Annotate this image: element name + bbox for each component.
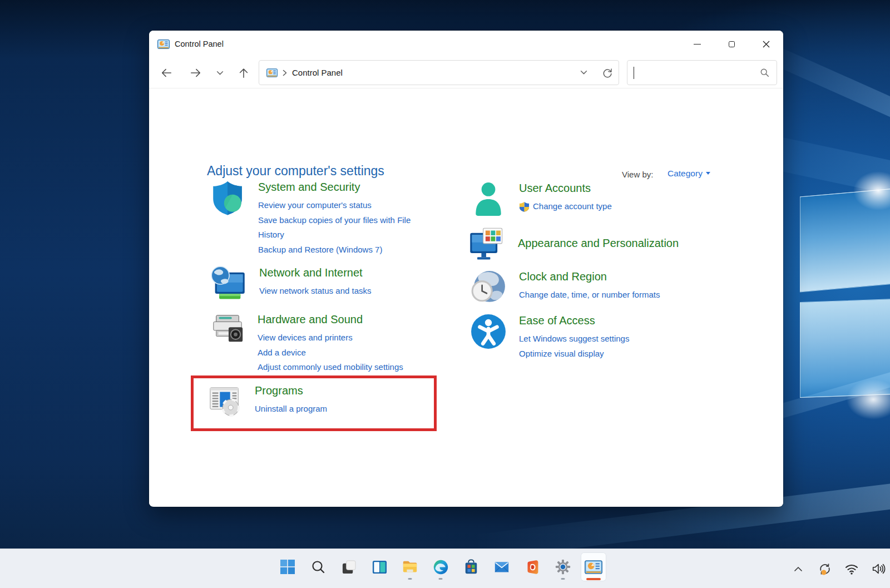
control-panel-taskbar-button[interactable] <box>581 552 606 581</box>
control-panel-icon <box>585 560 602 574</box>
volume-icon <box>871 561 886 576</box>
address-bar[interactable]: Control Panel <box>259 60 619 85</box>
category-system-and-security: System and Security Review your computer… <box>209 180 437 257</box>
task-view-icon <box>342 560 357 575</box>
category-link[interactable]: Adjust commonly used mobility settings <box>258 360 437 375</box>
printer-icon[interactable] <box>211 312 245 347</box>
personalization-monitor-icon[interactable] <box>468 226 506 264</box>
category-link[interactable]: Let Windows suggest settings <box>519 332 710 347</box>
search-input[interactable] <box>627 60 777 85</box>
back-arrow-icon <box>160 67 172 79</box>
volume-tray-button[interactable] <box>871 562 886 576</box>
update-tray-button[interactable] <box>818 562 832 576</box>
window-title: Control Panel <box>175 39 224 48</box>
windows-logo-pane <box>800 189 890 293</box>
windows-logo-pane <box>800 299 890 398</box>
taskbar-search-button[interactable] <box>305 552 331 581</box>
settings-gear-icon <box>555 559 571 575</box>
view-by-value: Category <box>668 169 703 178</box>
store-button[interactable] <box>458 552 484 581</box>
windows-hero-logo <box>798 184 890 401</box>
category-title[interactable]: User Accounts <box>519 181 710 195</box>
category-title[interactable]: Appearance and Personalization <box>518 236 679 250</box>
category-link[interactable]: Review your computer's status <box>258 198 437 213</box>
address-dropdown-button[interactable] <box>580 69 587 76</box>
category-link[interactable]: Save backup copies of your files with Fi… <box>258 213 437 243</box>
category-link[interactable]: Change date, time, or number formats <box>519 288 710 303</box>
navigation-bar: Control Panel <box>149 57 783 88</box>
category-title[interactable]: Ease of Access <box>519 313 710 328</box>
category-link[interactable]: Add a device <box>258 345 437 360</box>
tray-expand-chevron-icon <box>794 566 803 572</box>
category-title[interactable]: Network and Internet <box>259 265 438 280</box>
view-by-label: View by: <box>622 170 653 179</box>
widgets-button[interactable] <box>367 552 392 581</box>
edge-button[interactable] <box>428 552 453 581</box>
programs-disc-icon[interactable] <box>208 383 243 418</box>
breadcrumb-chevron-icon <box>283 70 287 76</box>
category-link[interactable]: Change account type <box>533 199 612 214</box>
forward-arrow-icon <box>190 67 202 79</box>
refresh-button[interactable] <box>602 67 613 78</box>
settings-button[interactable] <box>550 552 576 581</box>
chevron-down-icon <box>706 172 710 175</box>
wifi-tray-button[interactable] <box>844 562 859 576</box>
category-link[interactable]: View network status and tasks <box>259 284 438 299</box>
category-hardware-and-sound: Hardware and Sound View devices and prin… <box>211 312 437 375</box>
category-link[interactable]: Uninstall a program <box>255 402 434 417</box>
shield-icon[interactable] <box>209 180 246 216</box>
office-button[interactable] <box>520 552 545 581</box>
control-panel-icon <box>266 68 278 77</box>
category-link[interactable]: Optimize visual display <box>519 347 710 362</box>
store-icon <box>463 559 479 575</box>
network-globe-icon[interactable] <box>209 265 247 303</box>
active-window-indicator <box>586 578 601 581</box>
maximize-icon <box>729 41 735 47</box>
category-title[interactable]: Programs <box>255 383 434 398</box>
desktop-wallpaper: Control Panel <box>0 0 890 588</box>
minimize-icon <box>694 44 701 45</box>
mail-icon <box>493 559 510 575</box>
category-link[interactable]: View devices and printers <box>258 330 437 345</box>
file-explorer-icon <box>402 559 418 575</box>
up-button[interactable] <box>236 65 251 81</box>
close-icon <box>763 41 770 48</box>
running-indicator <box>561 578 565 580</box>
tray-expand-button[interactable] <box>791 562 805 576</box>
category-appearance-and-personalization: Appearance and Personalization <box>468 224 679 264</box>
close-button[interactable] <box>749 31 783 57</box>
start-button[interactable] <box>275 552 300 581</box>
category-link[interactable]: Backup and Restore (Windows 7) <box>258 243 437 258</box>
update-sync-icon <box>818 562 832 576</box>
breadcrumb-location[interactable]: Control Panel <box>292 68 343 77</box>
category-title[interactable]: Hardware and Sound <box>258 312 437 327</box>
start-icon <box>280 559 295 575</box>
back-button[interactable] <box>159 65 174 81</box>
uac-shield-icon <box>519 201 530 212</box>
file-explorer-button[interactable] <box>397 552 423 581</box>
taskbar <box>0 549 890 588</box>
category-programs: Programs Uninstall a program <box>208 383 434 418</box>
widgets-icon <box>372 559 388 575</box>
control-panel-content: Adjust your computer's settings View by:… <box>149 88 783 506</box>
title-bar[interactable]: Control Panel <box>149 31 783 57</box>
view-by-dropdown[interactable]: Category <box>668 169 710 179</box>
category-clock-and-region: Clock and Region Change date, time, or n… <box>470 269 710 306</box>
edge-icon <box>433 559 449 575</box>
minimize-button[interactable] <box>680 31 714 57</box>
recent-pages-chevron-icon <box>216 70 224 77</box>
task-view-button[interactable] <box>336 552 362 581</box>
ease-of-access-icon[interactable] <box>470 313 507 350</box>
category-title[interactable]: Clock and Region <box>519 269 710 284</box>
category-ease-of-access: Ease of Access Let Windows suggest setti… <box>470 313 710 361</box>
search-icon <box>311 560 325 574</box>
clock-globe-icon[interactable] <box>470 269 507 306</box>
office-icon <box>525 560 540 575</box>
recent-pages-button[interactable] <box>212 65 228 81</box>
text-caret <box>634 67 634 79</box>
category-title[interactable]: System and Security <box>258 180 437 194</box>
user-icon[interactable] <box>470 181 507 218</box>
forward-button[interactable] <box>188 65 204 81</box>
mail-button[interactable] <box>489 552 515 581</box>
maximize-button[interactable] <box>714 31 749 57</box>
